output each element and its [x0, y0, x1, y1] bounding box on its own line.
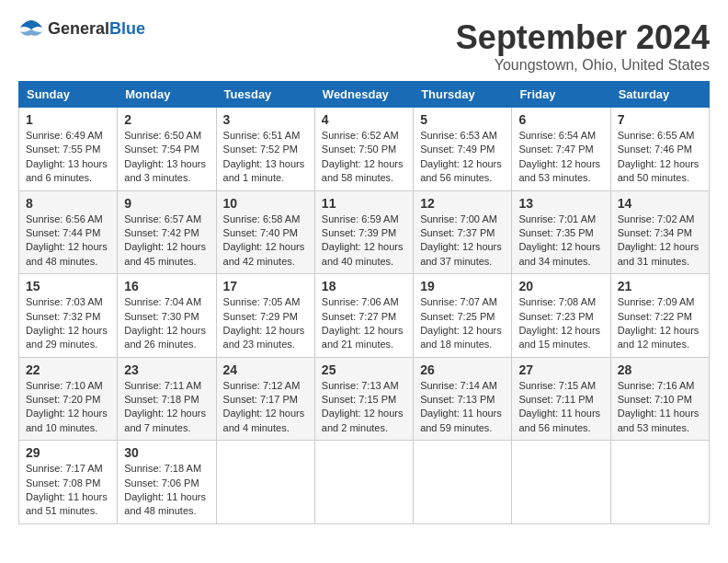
day-number: 6 [518, 112, 603, 127]
weekday-header-sunday: Sunday [19, 82, 118, 108]
sunrise-label: Sunrise: 7:18 AM [124, 463, 201, 474]
sunrise-label: Sunrise: 7:07 AM [420, 296, 497, 307]
day-number: 2 [124, 112, 209, 127]
calendar-cell: 21 Sunrise: 7:09 AM Sunset: 7:22 PM Dayl… [610, 274, 709, 358]
calendar-cell: 20 Sunrise: 7:08 AM Sunset: 7:23 PM Dayl… [512, 274, 610, 358]
daylight-label: Daylight: 12 hours and 29 minutes. [26, 325, 108, 350]
weekday-header-thursday: Thursday [414, 82, 512, 108]
sunrise-label: Sunrise: 7:13 AM [322, 380, 399, 391]
daylight-label: Daylight: 12 hours and 31 minutes. [618, 241, 700, 266]
calendar-cell: 7 Sunrise: 6:55 AM Sunset: 7:46 PM Dayli… [610, 108, 709, 191]
calendar-week-row: 15 Sunrise: 7:03 AM Sunset: 7:32 PM Dayl… [19, 274, 710, 358]
sunrise-label: Sunrise: 7:11 AM [124, 380, 201, 391]
daylight-label: Daylight: 12 hours and 10 minutes. [26, 408, 108, 432]
logo: GeneralBlue [18, 18, 145, 39]
weekday-header-tuesday: Tuesday [216, 82, 314, 108]
daylight-label: Daylight: 12 hours and 12 minutes. [618, 325, 700, 350]
calendar-cell [216, 441, 314, 524]
day-number: 21 [618, 279, 702, 293]
sunrise-label: Sunrise: 7:10 AM [26, 380, 103, 391]
day-number: 27 [518, 362, 603, 377]
sunset-label: Sunset: 7:20 PM [26, 394, 100, 405]
daylight-label: Daylight: 12 hours and 26 minutes. [124, 325, 206, 350]
sunrise-label: Sunrise: 6:54 AM [518, 130, 596, 141]
day-number: 26 [420, 362, 505, 377]
daylight-label: Daylight: 12 hours and 2 minutes. [322, 408, 404, 432]
day-number: 14 [618, 196, 702, 211]
calendar-cell: 30 Sunrise: 7:18 AM Sunset: 7:06 PM Dayl… [118, 441, 216, 524]
weekday-header-friday: Friday [512, 82, 610, 108]
sunset-label: Sunset: 7:18 PM [124, 394, 199, 405]
sunrise-label: Sunrise: 6:52 AM [322, 130, 399, 141]
day-number: 3 [223, 112, 308, 127]
day-info: Sunrise: 6:56 AM Sunset: 7:44 PM Dayligh… [26, 213, 110, 270]
calendar-cell [314, 441, 413, 524]
day-info: Sunrise: 7:18 AM Sunset: 7:06 PM Dayligh… [124, 462, 209, 519]
calendar-cell [610, 441, 709, 524]
sunrise-label: Sunrise: 6:57 AM [124, 213, 201, 224]
day-info: Sunrise: 7:10 AM Sunset: 7:20 PM Dayligh… [26, 379, 110, 436]
sunrise-label: Sunrise: 7:15 AM [518, 380, 596, 391]
calendar-cell: 18 Sunrise: 7:06 AM Sunset: 7:27 PM Dayl… [314, 274, 413, 358]
day-number: 11 [322, 196, 406, 211]
calendar-cell: 19 Sunrise: 7:07 AM Sunset: 7:25 PM Dayl… [414, 274, 512, 358]
daylight-label: Daylight: 11 hours and 53 minutes. [618, 408, 700, 432]
calendar-cell: 23 Sunrise: 7:11 AM Sunset: 7:18 PM Dayl… [118, 357, 216, 441]
calendar-cell [414, 441, 512, 524]
sunrise-label: Sunrise: 7:16 AM [618, 380, 695, 391]
sunset-label: Sunset: 7:44 PM [26, 227, 100, 238]
sunset-label: Sunset: 7:11 PM [518, 394, 593, 405]
day-number: 18 [322, 279, 406, 293]
day-info: Sunrise: 6:57 AM Sunset: 7:42 PM Dayligh… [124, 213, 209, 270]
sunrise-label: Sunrise: 7:01 AM [518, 213, 596, 224]
sunrise-label: Sunrise: 6:53 AM [420, 130, 497, 141]
calendar-cell: 15 Sunrise: 7:03 AM Sunset: 7:32 PM Dayl… [19, 274, 118, 358]
sunset-label: Sunset: 7:55 PM [26, 144, 100, 155]
sunset-label: Sunset: 7:42 PM [124, 227, 199, 238]
sunrise-label: Sunrise: 7:05 AM [223, 296, 301, 307]
day-info: Sunrise: 6:55 AM Sunset: 7:46 PM Dayligh… [618, 129, 702, 186]
calendar-cell: 14 Sunrise: 7:02 AM Sunset: 7:34 PM Dayl… [610, 190, 709, 274]
calendar-body: 1 Sunrise: 6:49 AM Sunset: 7:55 PM Dayli… [19, 108, 710, 524]
location-title: Youngstown, Ohio, United States [456, 57, 710, 74]
daylight-label: Daylight: 12 hours and 34 minutes. [518, 241, 600, 266]
logo-blue: Blue [109, 19, 145, 38]
calendar-week-row: 1 Sunrise: 6:49 AM Sunset: 7:55 PM Dayli… [19, 108, 710, 191]
day-number: 22 [26, 362, 110, 377]
daylight-label: Daylight: 12 hours and 21 minutes. [322, 325, 404, 350]
day-number: 10 [223, 196, 308, 211]
calendar-cell: 16 Sunrise: 7:04 AM Sunset: 7:30 PM Dayl… [118, 274, 216, 358]
sunset-label: Sunset: 7:27 PM [322, 311, 396, 322]
logo-bird-icon [18, 18, 44, 39]
daylight-label: Daylight: 12 hours and 23 minutes. [223, 325, 305, 350]
sunrise-label: Sunrise: 7:17 AM [26, 463, 103, 474]
sunset-label: Sunset: 7:29 PM [223, 311, 298, 322]
daylight-label: Daylight: 11 hours and 56 minutes. [518, 408, 600, 432]
daylight-label: Daylight: 12 hours and 56 minutes. [420, 158, 502, 183]
day-number: 9 [124, 196, 209, 211]
day-info: Sunrise: 7:04 AM Sunset: 7:30 PM Dayligh… [124, 295, 209, 352]
daylight-label: Daylight: 13 hours and 3 minutes. [124, 158, 206, 183]
calendar-cell: 5 Sunrise: 6:53 AM Sunset: 7:49 PM Dayli… [414, 108, 512, 191]
sunrise-label: Sunrise: 7:06 AM [322, 296, 399, 307]
calendar-cell: 25 Sunrise: 7:13 AM Sunset: 7:15 PM Dayl… [314, 357, 413, 441]
sunrise-label: Sunrise: 7:14 AM [420, 380, 497, 391]
daylight-label: Daylight: 12 hours and 42 minutes. [223, 241, 305, 266]
day-number: 23 [124, 362, 209, 377]
calendar-cell: 13 Sunrise: 7:01 AM Sunset: 7:35 PM Dayl… [512, 190, 610, 274]
weekday-header-monday: Monday [118, 82, 216, 108]
daylight-label: Daylight: 12 hours and 7 minutes. [124, 408, 206, 432]
page-header: GeneralBlue September 2024 Youngstown, O… [18, 18, 710, 74]
calendar-week-row: 8 Sunrise: 6:56 AM Sunset: 7:44 PM Dayli… [19, 190, 710, 274]
day-info: Sunrise: 7:14 AM Sunset: 7:13 PM Dayligh… [420, 379, 505, 436]
daylight-label: Daylight: 12 hours and 15 minutes. [518, 325, 600, 350]
day-number: 8 [26, 196, 110, 211]
calendar-cell: 24 Sunrise: 7:12 AM Sunset: 7:17 PM Dayl… [216, 357, 314, 441]
calendar-cell: 1 Sunrise: 6:49 AM Sunset: 7:55 PM Dayli… [19, 108, 118, 191]
calendar-cell [512, 441, 610, 524]
sunset-label: Sunset: 7:06 PM [124, 477, 199, 488]
daylight-label: Daylight: 12 hours and 18 minutes. [420, 325, 502, 350]
calendar-cell: 11 Sunrise: 6:59 AM Sunset: 7:39 PM Dayl… [314, 190, 413, 274]
calendar-cell: 12 Sunrise: 7:00 AM Sunset: 7:37 PM Dayl… [414, 190, 512, 274]
daylight-label: Daylight: 12 hours and 4 minutes. [223, 408, 305, 432]
